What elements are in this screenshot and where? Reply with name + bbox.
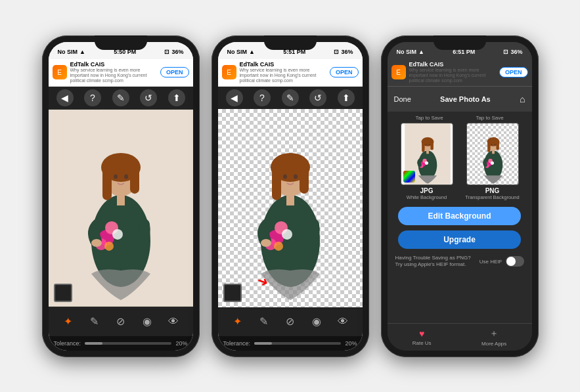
png-preview xyxy=(466,123,519,185)
ad-open-btn-3[interactable]: OPEN xyxy=(499,67,528,77)
screen-1: No SIM ▲ 5:50 PM ⊡ 36% E EdTalk CAIS Why… xyxy=(49,42,193,351)
color-swatch-1[interactable] xyxy=(54,284,72,302)
svg-rect-45 xyxy=(487,142,490,152)
svg-point-40 xyxy=(424,161,428,164)
mask-tool-2[interactable]: ◉ xyxy=(307,312,326,332)
heif-toggle[interactable] xyxy=(506,256,524,267)
svg-rect-8 xyxy=(117,194,125,206)
tolerance-track-1[interactable] xyxy=(85,342,171,345)
rate-us-nav[interactable]: ♥ Rate Us xyxy=(413,328,432,346)
ad-open-btn-1[interactable]: OPEN xyxy=(160,67,189,77)
svg-point-6 xyxy=(114,174,118,179)
toggle-knob xyxy=(506,257,516,266)
ad-banner-1: E EdTalk CAIS Why service learning is ev… xyxy=(49,59,193,87)
svg-point-35 xyxy=(425,144,426,145)
svg-rect-33 xyxy=(422,142,424,152)
png-girl xyxy=(467,123,519,185)
ad-open-btn-2[interactable]: OPEN xyxy=(330,67,359,77)
battery-2: 36% xyxy=(341,49,353,55)
battery-icon-1: ⊡ xyxy=(164,49,169,55)
color-swatch-2[interactable] xyxy=(223,284,242,302)
upgrade-btn[interactable]: Upgrade xyxy=(398,230,521,249)
image-area-2: ➜ xyxy=(218,109,363,307)
svg-point-13 xyxy=(104,242,114,251)
wifi-icon-1: ▲ xyxy=(79,49,85,55)
brush-tool-2[interactable]: ✎ xyxy=(254,312,274,332)
svg-point-7 xyxy=(124,174,128,179)
svg-point-11 xyxy=(112,229,123,240)
jpg-option[interactable]: JPG White Background xyxy=(394,123,460,200)
notch-2 xyxy=(264,35,317,50)
edit-background-btn[interactable]: Edit Background xyxy=(398,207,521,225)
screen-3: No SIM ▲ 6:51 PM ⊡ 36% E EdTalk CAIS Why… xyxy=(388,42,532,351)
back-btn-1[interactable]: ◀ xyxy=(56,89,74,106)
preview-tool-1[interactable]: 👁 xyxy=(164,312,183,332)
undo-btn-2[interactable]: ↺ xyxy=(309,89,326,106)
carrier-2: No SIM xyxy=(227,49,248,55)
preview-tool-2[interactable]: 👁 xyxy=(333,312,353,332)
save-header: Done Save Photo As ⌂ xyxy=(388,87,532,112)
mask-tool-1[interactable]: ◉ xyxy=(137,312,157,332)
girl-illustration-1 xyxy=(49,109,193,307)
more-apps-label: More Apps xyxy=(481,341,506,347)
phone-1: No SIM ▲ 5:50 PM ⊡ 36% E EdTalk CAIS Why… xyxy=(42,35,200,357)
edit-btn-2[interactable]: ✎ xyxy=(282,89,299,106)
png-option[interactable]: PNG Transparent Background xyxy=(460,123,525,200)
svg-point-20 xyxy=(283,174,287,179)
wand-tool-2[interactable]: ✦ xyxy=(228,312,248,332)
ad-icon-3: E xyxy=(391,65,406,79)
screen-2: No SIM ▲ 5:51 PM ⊡ 36% E EdTalk CAIS Why… xyxy=(218,42,363,351)
tolerance-value-2: 20% xyxy=(345,340,357,347)
svg-point-52 xyxy=(490,161,493,164)
help-btn-1[interactable]: ? xyxy=(84,89,101,106)
phone-3: No SIM ▲ 6:51 PM ⊡ 36% E EdTalk CAIS Why… xyxy=(381,35,539,357)
back-btn-2[interactable]: ◀ xyxy=(226,89,243,106)
heif-label: Use HEIF xyxy=(480,259,502,265)
share-btn-1[interactable]: ⬆ xyxy=(168,89,185,106)
help-btn-2[interactable]: ? xyxy=(254,89,271,106)
tap-labels-row: Tap to Save Tap to Save xyxy=(388,112,532,123)
home-btn[interactable]: ⌂ xyxy=(520,94,525,104)
tolerance-track-2[interactable] xyxy=(254,342,341,345)
svg-rect-4 xyxy=(102,167,112,200)
more-apps-nav[interactable]: ＋ More Apps xyxy=(481,328,506,347)
svg-rect-18 xyxy=(272,167,281,200)
heart-icon: ♥ xyxy=(419,328,424,339)
share-btn-2[interactable]: ⬆ xyxy=(338,89,355,106)
svg-point-47 xyxy=(491,144,492,145)
ad-title-2: EdTalk CAIS xyxy=(240,61,326,68)
svg-point-21 xyxy=(294,174,298,179)
tap-label-jpg: Tap to Save xyxy=(415,115,443,121)
notch-3 xyxy=(434,35,486,50)
save-previews-row: JPG White Background xyxy=(388,123,532,204)
jpg-preview xyxy=(401,123,453,185)
tolerance-label-1: Tolerance: xyxy=(54,340,81,347)
svg-rect-34 xyxy=(430,142,433,150)
undo-btn-1[interactable]: ↺ xyxy=(140,89,157,106)
wifi-icon-3: ▲ xyxy=(418,49,424,55)
ad-title-3: EdTalk CAIS xyxy=(409,61,495,68)
svg-point-28 xyxy=(261,239,271,247)
save-title: Save Photo As xyxy=(440,95,491,103)
edit-btn-1[interactable]: ✎ xyxy=(112,89,129,106)
brush-tool-1[interactable]: ✎ xyxy=(85,312,104,332)
png-desc: Transparent Background xyxy=(465,194,519,200)
heif-toggle-group: Use HEIF xyxy=(480,256,524,267)
done-btn[interactable]: Done xyxy=(394,95,411,103)
svg-rect-5 xyxy=(130,167,139,194)
wand-tool-1[interactable]: ✦ xyxy=(58,312,78,332)
ad-content-1: EdTalk CAIS Why service learning is even… xyxy=(70,61,156,84)
toolbar-top-1: ◀ ? ✎ ↺ ⬆ xyxy=(49,87,193,109)
ad-icon-2: E xyxy=(222,65,236,79)
eraser-tool-1[interactable]: ⊘ xyxy=(111,312,131,332)
bottom-nav: ♥ Rate Us ＋ More Apps xyxy=(388,323,532,351)
ad-subtitle-1: Why service learning is even more import… xyxy=(70,68,156,84)
tolerance-bar-2: Tolerance: 20% xyxy=(218,336,363,351)
svg-point-25 xyxy=(282,229,292,240)
png-label: PNG xyxy=(485,187,500,194)
ad-banner-2: E EdTalk CAIS Why service learning is ev… xyxy=(218,59,363,87)
ad-title-1: EdTalk CAIS xyxy=(70,61,156,68)
carrier-3: No SIM xyxy=(397,49,417,55)
rate-us-label: Rate Us xyxy=(413,340,432,346)
eraser-tool-2[interactable]: ⊘ xyxy=(280,312,300,332)
